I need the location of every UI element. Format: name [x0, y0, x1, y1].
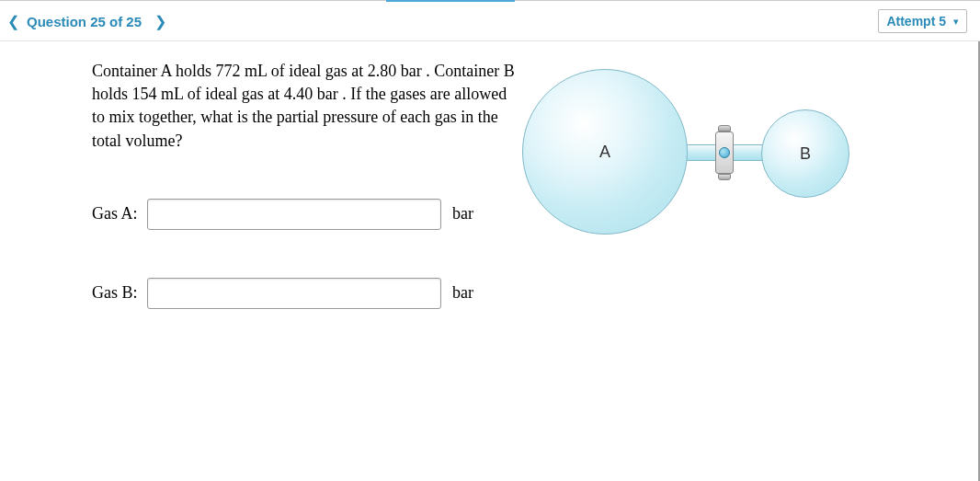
content-area: Container A holds 772 mL of ideal gas at… [0, 41, 980, 481]
problem-column: Container A holds 772 mL of ideal gas at… [0, 60, 515, 481]
sphere-b-label: B [800, 144, 811, 164]
sphere-a-label: A [599, 143, 610, 162]
prev-question-icon[interactable]: ❮ [6, 13, 21, 30]
top-progress-segment [386, 0, 515, 2]
attempt-label: Attempt 5 [886, 14, 946, 29]
problem-text: Container A holds 772 mL of ideal gas at… [92, 60, 515, 153]
gas-b-row: Gas B: bar [92, 278, 515, 309]
question-header: ❮ Question 25 of 25 ❯ Attempt 5 ▾ [0, 0, 980, 41]
sphere-a: A [522, 69, 688, 235]
valve-cap-top [718, 125, 731, 132]
gas-b-unit: bar [452, 283, 473, 303]
valve-cap-bottom [718, 174, 731, 180]
gas-b-input[interactable] [147, 278, 441, 309]
question-label: Question 25 of 25 [27, 14, 142, 29]
gas-a-unit: bar [452, 204, 473, 223]
container-diagram: A B [515, 60, 978, 281]
sphere-b: B [761, 109, 849, 198]
gas-a-label: Gas A: [92, 204, 147, 223]
attempt-dropdown[interactable]: Attempt 5 ▾ [878, 9, 967, 33]
gas-a-input[interactable] [147, 199, 441, 230]
next-question-icon[interactable]: ❯ [151, 13, 170, 30]
question-nav: ❮ Question 25 of 25 ❯ [6, 13, 170, 30]
valve-indicator [719, 147, 730, 158]
gas-b-label: Gas B: [92, 283, 147, 303]
caret-down-icon: ▾ [953, 16, 959, 28]
gas-a-row: Gas A: bar [92, 199, 515, 230]
